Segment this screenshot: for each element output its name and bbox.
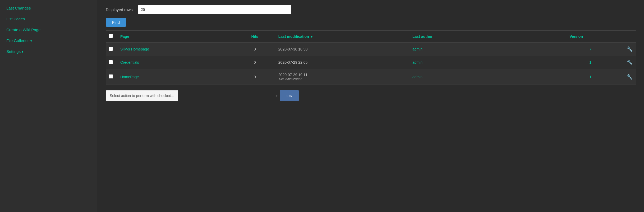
table-body: Silkys Homepage02020-07-30 18:50admin7🔧C…	[106, 42, 636, 85]
last-modification-cell: 2020-07-29 22:05	[276, 56, 410, 69]
pages-table: Page Hits Last modification ▾ Last autho…	[106, 31, 636, 85]
row-checkbox[interactable]	[109, 74, 113, 79]
version-cell: 7	[496, 42, 596, 56]
last-modification-cell: 2020-07-29 19:11Tiki initialization	[276, 69, 410, 85]
version-cell: 1	[496, 69, 596, 85]
displayed-rows-input[interactable]	[138, 5, 291, 14]
action-select[interactable]: Select action to perform with checked...…	[106, 90, 178, 101]
ok-button[interactable]: OK	[280, 90, 299, 101]
page-link[interactable]: Credentials	[120, 60, 139, 64]
table-row: HomePage02020-07-29 19:11Tiki initializa…	[106, 69, 636, 85]
action-row: Select action to perform with checked...…	[106, 90, 636, 101]
select-all-checkbox[interactable]	[109, 34, 113, 38]
sidebar-item-last-changes[interactable]: Last Changes	[0, 3, 98, 13]
wrench-icon[interactable]: 🔧	[627, 74, 633, 80]
table-header-row: Page Hits Last modification ▾ Last autho…	[106, 31, 636, 42]
version-cell: 1	[496, 56, 596, 69]
header-page: Page	[118, 31, 234, 42]
hits-cell: 0	[234, 69, 275, 85]
row-checkbox[interactable]	[109, 47, 113, 51]
main-content: Displayed rows Find Page Hits Last modif…	[98, 0, 644, 212]
action-cell: 🔧	[596, 56, 636, 69]
last-author-cell: admin	[410, 42, 496, 56]
wrench-icon[interactable]: 🔧	[627, 47, 633, 52]
filter-row: Displayed rows	[106, 0, 636, 18]
pages-table-wrapper: Page Hits Last modification ▾ Last autho…	[106, 30, 636, 85]
sidebar-item-file-galleries[interactable]: File Galleries	[0, 35, 98, 46]
hits-cell: 0	[234, 56, 275, 69]
header-action-col	[596, 31, 636, 42]
last-author-cell: admin	[410, 69, 496, 85]
hits-cell: 0	[234, 42, 275, 56]
action-cell: 🔧	[596, 69, 636, 85]
sidebar-item-create-wiki-page[interactable]: Create a Wiki Page	[0, 24, 98, 35]
find-button[interactable]: Find	[106, 18, 126, 27]
header-checkbox-col	[106, 31, 118, 42]
displayed-rows-label: Displayed rows	[106, 7, 133, 12]
page-link[interactable]: Silkys Homepage	[120, 47, 149, 51]
sidebar: Last ChangesList PagesCreate a Wiki Page…	[0, 0, 98, 212]
table-row: Silkys Homepage02020-07-30 18:50admin7🔧	[106, 42, 636, 56]
header-last-modification[interactable]: Last modification ▾	[276, 31, 410, 42]
mod-note: Tiki initialization	[278, 77, 407, 81]
sidebar-item-settings[interactable]: Settings	[0, 46, 98, 57]
sidebar-item-list-pages[interactable]: List Pages	[0, 13, 98, 24]
action-cell: 🔧	[596, 42, 636, 56]
page-link[interactable]: HomePage	[120, 75, 139, 79]
row-checkbox[interactable]	[109, 60, 113, 64]
last-modification-cell: 2020-07-30 18:50	[276, 42, 410, 56]
sort-arrow-icon: ▾	[311, 35, 312, 38]
action-select-wrapper: Select action to perform with checked...…	[106, 90, 280, 101]
wrench-icon[interactable]: 🔧	[627, 60, 633, 65]
header-hits: Hits	[234, 31, 275, 42]
table-row: Credentials02020-07-29 22:05admin1🔧	[106, 56, 636, 69]
header-version: Version	[496, 31, 596, 42]
header-last-author: Last author	[410, 31, 496, 42]
last-author-cell: admin	[410, 56, 496, 69]
